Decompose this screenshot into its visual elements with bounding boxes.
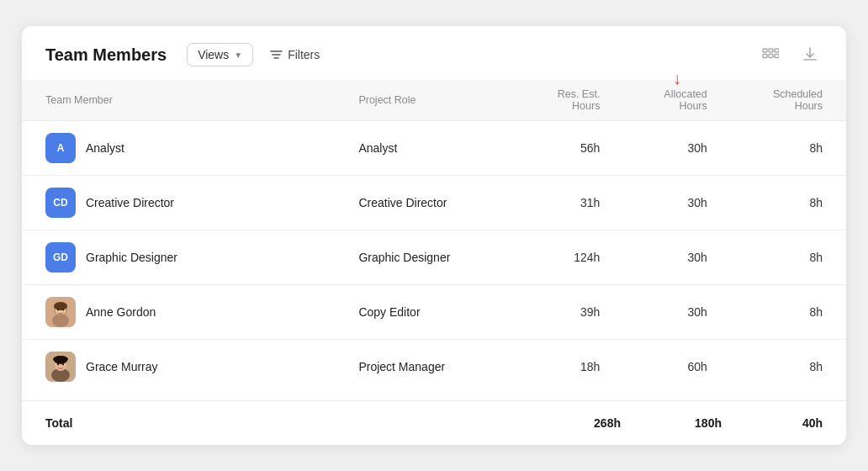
total-allocated: 180h	[621, 416, 722, 430]
member-name: Grace Murray	[86, 360, 158, 373]
download-button[interactable]	[797, 43, 823, 66]
svg-point-21	[62, 363, 64, 366]
col-header-member: Team Member	[22, 80, 335, 121]
chevron-down-icon: ▼	[234, 50, 242, 60]
totals-numbers: 268h 180h 40h	[511, 416, 823, 430]
filters-label: Filters	[288, 48, 320, 61]
scheduled-hours: 8h	[731, 176, 846, 230]
table-row: GD Graphic Designer Graphic Designer 124…	[22, 230, 846, 285]
col-header-allocated: ↓ Allocated Hours	[623, 80, 730, 121]
scheduled-hours: 8h	[731, 121, 846, 176]
res-est-hours: 56h	[516, 121, 623, 176]
allocated-hours: 30h	[623, 176, 730, 230]
project-role: Graphic Designer	[335, 230, 516, 285]
page-title: Team Members	[45, 45, 167, 65]
col-header-role: Project Role	[335, 80, 516, 121]
totals-label: Total	[45, 416, 511, 430]
res-est-hours: 124h	[516, 230, 623, 285]
member-name: Anne Gordon	[86, 305, 156, 319]
allocated-hours: 60h	[623, 340, 730, 394]
svg-point-22	[53, 356, 68, 363]
member-name: Creative Director	[86, 196, 174, 209]
allocated-hours: 30h	[623, 230, 730, 285]
project-role: Creative Director	[335, 176, 516, 230]
avatar	[45, 297, 76, 327]
res-est-hours: 31h	[516, 176, 623, 230]
member-name: Analyst	[86, 141, 124, 155]
col-allocated-label: Allocated Hours	[664, 88, 707, 112]
member-cell: A Analyst	[22, 121, 335, 176]
project-role: Project Manager	[335, 340, 516, 394]
res-est-hours: 18h	[516, 340, 623, 394]
col-header-res-est: Res. Est. Hours	[516, 80, 623, 121]
svg-point-14	[57, 309, 59, 311]
team-table: Team Member Project Role Res. Est. Hours…	[22, 80, 846, 394]
project-role: Copy Editor	[335, 285, 516, 340]
totals-row: Total 268h 180h 40h	[22, 400, 846, 445]
project-role: Analyst	[335, 121, 516, 176]
table-container: Team Member Project Role Res. Est. Hours…	[22, 80, 846, 394]
avatar-initials: CD	[45, 188, 76, 218]
svg-rect-4	[769, 49, 773, 52]
svg-rect-8	[775, 55, 779, 58]
total-scheduled: 40h	[722, 416, 823, 430]
team-members-card: Team Members Views ▼ Filters	[22, 26, 846, 445]
svg-point-15	[62, 309, 64, 311]
scheduled-hours: 8h	[731, 340, 846, 394]
sort-arrow-icon: ↓	[673, 70, 681, 87]
svg-point-13	[54, 302, 67, 310]
grid-view-button[interactable]	[757, 45, 784, 65]
table-row: CD Creative Director Creative Director 3…	[22, 176, 846, 230]
member-name: Graphic Designer	[86, 251, 177, 264]
scheduled-hours: 8h	[731, 285, 846, 340]
grid-icon	[762, 48, 779, 61]
svg-rect-6	[763, 55, 767, 58]
res-est-hours: 39h	[516, 285, 623, 340]
table-row: A Analyst Analyst 56h 30h 8h	[22, 121, 846, 176]
svg-rect-7	[769, 55, 773, 58]
filter-icon	[270, 49, 283, 61]
scheduled-hours: 8h	[731, 230, 846, 285]
table-row: Anne Gordon Copy Editor 39h 30h 8h	[22, 285, 846, 340]
views-label: Views	[198, 48, 229, 61]
table-row: Grace Murray Project Manager 18h 60h 8h	[22, 340, 846, 394]
avatar	[45, 352, 76, 382]
views-button[interactable]: Views ▼	[187, 43, 253, 66]
download-icon	[802, 46, 818, 63]
member-cell: GD Graphic Designer	[22, 230, 335, 285]
svg-rect-3	[763, 49, 767, 52]
allocated-hours: 30h	[623, 285, 730, 340]
svg-point-12	[52, 314, 69, 327]
allocated-hours: 30h	[623, 121, 730, 176]
table-body: A Analyst Analyst 56h 30h 8h CD Creative…	[22, 121, 846, 394]
svg-rect-5	[775, 49, 779, 52]
filters-button[interactable]: Filters	[270, 48, 320, 61]
member-cell: CD Creative Director	[22, 176, 335, 230]
avatar-initials: GD	[45, 242, 76, 273]
total-res-est: 268h	[520, 416, 621, 430]
card-header: Team Members Views ▼ Filters	[22, 26, 846, 80]
svg-point-20	[57, 363, 59, 366]
member-cell: Anne Gordon	[22, 285, 335, 340]
table-header-row: Team Member Project Role Res. Est. Hours…	[22, 80, 846, 121]
avatar-initials: A	[45, 133, 76, 163]
col-header-scheduled: Scheduled Hours	[731, 80, 846, 121]
member-cell: Grace Murray	[22, 340, 335, 394]
